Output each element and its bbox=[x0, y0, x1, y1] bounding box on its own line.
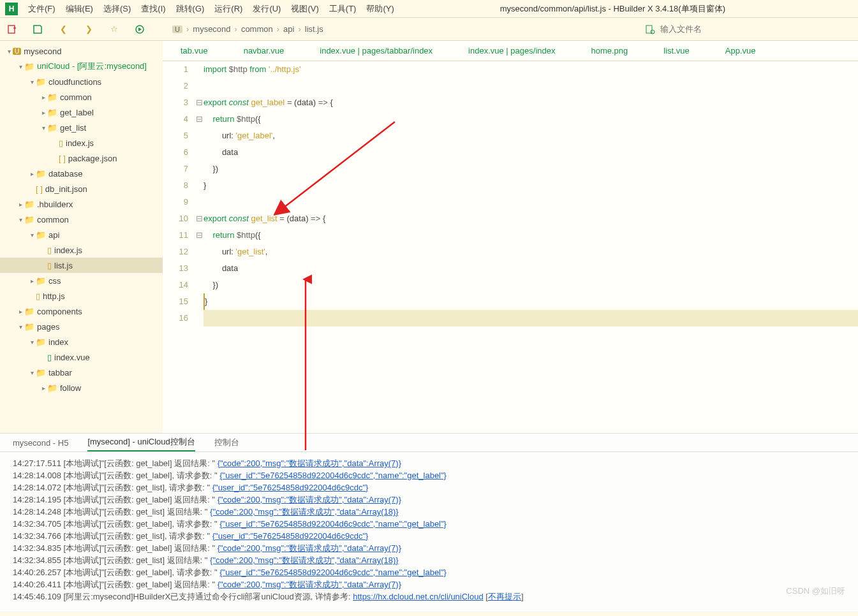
tree-item[interactable]: ▸📁.hbuilderx bbox=[0, 196, 163, 212]
code-line[interactable]: return $http({ bbox=[203, 227, 858, 244]
save-icon[interactable] bbox=[32, 24, 43, 35]
code-editor[interactable]: 12345678910111213141516 ⊟⊟⊟⊟ import $htt… bbox=[163, 61, 858, 433]
code-line[interactable]: } bbox=[203, 293, 858, 310]
code-line[interactable]: } bbox=[203, 177, 858, 194]
tree-item[interactable]: ▾📁cloudfunctions bbox=[0, 74, 163, 89]
tree-label: pages bbox=[37, 322, 59, 332]
code-line[interactable]: url: 'get_label', bbox=[203, 128, 858, 144]
menu-item[interactable]: 发行(U) bbox=[248, 4, 286, 13]
chevron-icon: ▸ bbox=[28, 277, 36, 284]
console-link[interactable]: {"user_id":"5e76254858d922004d6c9cdc","n… bbox=[219, 519, 447, 529]
tree-item[interactable]: ▾📁common bbox=[0, 212, 163, 227]
tree-item[interactable]: ▾📁api bbox=[0, 227, 163, 242]
menu-item[interactable]: 编辑(E) bbox=[61, 4, 98, 13]
code-line[interactable]: export const get_list = (data) => { bbox=[203, 210, 858, 227]
tree-item[interactable]: ▸📁database bbox=[0, 166, 163, 181]
console-link[interactable]: 不再提示 bbox=[488, 592, 521, 601]
editor-tab[interactable]: home.png bbox=[573, 41, 646, 61]
code-content[interactable]: import $http from '../http.js' export co… bbox=[203, 61, 858, 433]
editor-tab[interactable]: navbar.vue bbox=[226, 41, 302, 61]
chevron-icon: ▾ bbox=[28, 78, 36, 85]
tree-item[interactable]: ▸📁common bbox=[0, 89, 163, 105]
code-line[interactable]: data bbox=[203, 260, 858, 277]
editor-tab[interactable]: list.vue bbox=[646, 41, 707, 61]
menu-item[interactable]: 帮助(Y) bbox=[361, 4, 399, 13]
tree-item[interactable]: ▾📁pages bbox=[0, 319, 163, 334]
code-line[interactable]: export const get_label = (data) => { bbox=[203, 94, 858, 111]
bottom-tab[interactable]: 控制台 bbox=[214, 434, 239, 451]
editor-tab[interactable]: App.vue bbox=[707, 41, 774, 61]
breadcrumb-item[interactable]: common bbox=[241, 24, 273, 34]
tree-item[interactable]: ▾Umysecond bbox=[0, 43, 163, 59]
console-link[interactable]: {"code":200,"msg":"数据请求成功","data":Array(… bbox=[210, 507, 399, 517]
editor-tab[interactable]: tab.vue bbox=[163, 41, 226, 61]
menu-item[interactable]: 文件(F) bbox=[23, 4, 61, 13]
tree-item[interactable]: [ ]package.json bbox=[0, 150, 163, 166]
tree-item[interactable]: ▯list.js bbox=[0, 258, 163, 273]
console-line: 14:45:46.109 [阿里云:mysecond]HBuilderX已支持通… bbox=[13, 590, 845, 603]
editor-tab[interactable]: index.vue | pages/tabbar/index bbox=[302, 41, 450, 61]
code-line[interactable]: return $http({ bbox=[203, 111, 858, 128]
menu-item[interactable]: 跳转(G) bbox=[171, 4, 210, 13]
search-input[interactable] bbox=[660, 24, 852, 34]
star-icon[interactable]: ☆ bbox=[108, 24, 120, 35]
console-link[interactable]: {"user_id":"5e76254858d922004d6c9cdc"} bbox=[212, 483, 369, 492]
console-link[interactable]: {"user_id":"5e76254858d922004d6c9cdc"} bbox=[212, 531, 369, 541]
code-line[interactable]: }) bbox=[203, 277, 858, 293]
menu-item[interactable]: 查找(I) bbox=[136, 4, 170, 13]
code-line[interactable]: data bbox=[203, 144, 858, 161]
new-file-icon[interactable] bbox=[6, 24, 18, 35]
menu-item[interactable]: 视图(V) bbox=[286, 4, 323, 13]
bottom-tab[interactable]: [mysecond] - uniCloud控制台 bbox=[87, 434, 195, 451]
tree-item[interactable]: ▯index.vue bbox=[0, 349, 163, 365]
editor-tab[interactable]: index.vue | pages/index bbox=[450, 41, 573, 61]
code-line[interactable]: }) bbox=[203, 161, 858, 177]
tree-item[interactable]: ▾📁tabbar bbox=[0, 365, 163, 380]
tree-item[interactable]: ▯index.js bbox=[0, 242, 163, 258]
breadcrumb-item[interactable]: list.js bbox=[305, 24, 323, 34]
tree-item[interactable]: ▸📁follow bbox=[0, 380, 163, 395]
console-line: 14:40:26.257 [本地调试]"[云函数: get_label], 请求… bbox=[13, 566, 845, 578]
tree-item[interactable]: ▸📁css bbox=[0, 273, 163, 288]
code-line[interactable] bbox=[203, 194, 858, 210]
menu-item[interactable]: 选择(S) bbox=[98, 4, 136, 13]
tree-label: db_init.json bbox=[45, 184, 87, 194]
code-line[interactable]: url: 'get_list', bbox=[203, 244, 858, 260]
console-link[interactable]: {"code":200,"msg":"数据请求成功","data":Array(… bbox=[218, 495, 401, 504]
tree-item[interactable]: [ ]db_init.json bbox=[0, 181, 163, 196]
tree-item[interactable]: ▸📁get_label bbox=[0, 105, 163, 120]
console-link[interactable]: {"user_id":"5e76254858d922004d6c9cdc","n… bbox=[219, 568, 447, 577]
chevron-icon: ▾ bbox=[28, 231, 36, 238]
search-box[interactable] bbox=[645, 24, 852, 34]
tree-label: .hbuilderx bbox=[37, 200, 73, 209]
menu-item[interactable]: 工具(T) bbox=[324, 4, 362, 13]
tree-item[interactable]: ▾📁uniCloud - [阿里云:mysecond] bbox=[0, 59, 163, 74]
forward-icon[interactable]: ❯ bbox=[83, 24, 94, 35]
bottom-tab[interactable]: mysecond - H5 bbox=[13, 436, 68, 450]
code-line[interactable] bbox=[203, 310, 858, 326]
run-icon[interactable] bbox=[134, 24, 145, 35]
console-link[interactable]: {"code":200,"msg":"数据请求成功","data":Array(… bbox=[218, 580, 401, 589]
tree-item[interactable]: ▸📁components bbox=[0, 304, 163, 319]
console-line: 14:32:34.705 [本地调试]"[云函数: get_label], 请求… bbox=[13, 518, 845, 530]
tree-item[interactable]: ▾📁get_list bbox=[0, 120, 163, 135]
console-panel[interactable]: 14:27:17.511 [本地调试]"[云函数: get_label] 返回结… bbox=[0, 452, 858, 612]
tree-item[interactable]: ▯index.js bbox=[0, 135, 163, 150]
console-link[interactable]: {"user_id":"5e76254858d922004d6c9cdc","n… bbox=[219, 471, 447, 480]
back-icon[interactable]: ❮ bbox=[57, 24, 69, 35]
console-link[interactable]: {"code":200,"msg":"数据请求成功","data":Array(… bbox=[210, 555, 399, 565]
breadcrumb-item[interactable]: mysecond bbox=[193, 24, 230, 34]
chevron-icon: ▸ bbox=[40, 94, 47, 101]
console-link[interactable]: https://hx.dcloud.net.cn/cli/uniCloud bbox=[353, 592, 484, 601]
chevron-icon: ▾ bbox=[5, 48, 13, 55]
console-link[interactable]: {"code":200,"msg":"数据请求成功","data":Array(… bbox=[218, 458, 401, 468]
code-line[interactable]: import $http from '../http.js' bbox=[203, 61, 858, 78]
console-link[interactable]: {"code":200,"msg":"数据请求成功","data":Array(… bbox=[218, 543, 401, 553]
code-line[interactable] bbox=[203, 78, 858, 94]
menu-item[interactable]: 运行(R) bbox=[209, 4, 248, 13]
breadcrumb-item[interactable]: api bbox=[283, 24, 294, 34]
tree-label: cloudfunctions bbox=[48, 77, 101, 87]
tree-item[interactable]: ▾📁index bbox=[0, 334, 163, 349]
menu-items: 文件(F)编辑(E)选择(S)查找(I)跳转(G)运行(R)发行(U)视图(V)… bbox=[23, 3, 399, 15]
tree-item[interactable]: ▯http.js bbox=[0, 288, 163, 304]
